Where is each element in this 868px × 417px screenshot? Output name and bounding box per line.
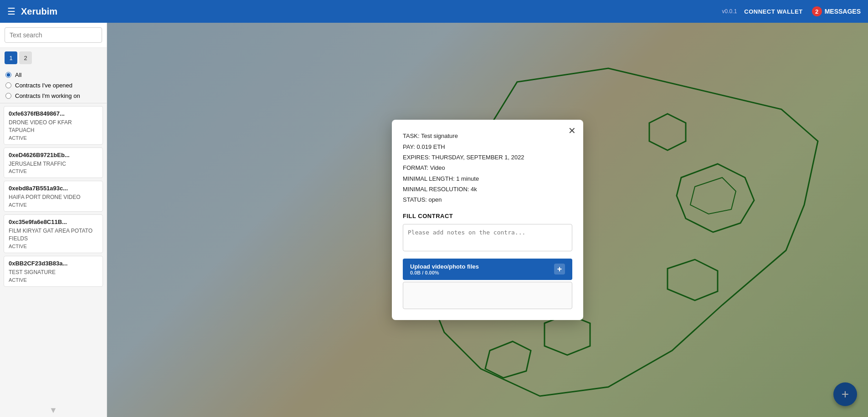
upload-drop-area[interactable] <box>403 282 572 309</box>
main-layout: 1 2 All Contracts I've opened Contracts … <box>0 23 868 417</box>
modal-overlay: ✕ TASK: Test signature PAY: 0.019 ETH EX… <box>107 23 868 417</box>
contract-status: ACTIVE <box>9 135 98 141</box>
modal-info: TASK: Test signature PAY: 0.019 ETH EXPI… <box>403 131 572 205</box>
upload-button[interactable]: Upload video/photo files 0.0B / 0.00% + <box>403 259 572 280</box>
scroll-down-icon: ▼ <box>49 406 57 415</box>
contract-address: 0xeD4626B9721bEb... <box>9 152 98 158</box>
connect-wallet-button[interactable]: CONNECT WALLET <box>744 8 802 15</box>
search-input[interactable] <box>5 27 102 43</box>
filter-opened-label: Contracts I've opened <box>15 82 72 89</box>
status-info: STATUS: open <box>403 194 572 205</box>
messages-label: MESSAGES <box>825 8 861 15</box>
contract-status: ACTIVE <box>9 202 98 208</box>
contract-status: ACTIVE <box>9 168 98 174</box>
sidebar: 1 2 All Contracts I've opened Contracts … <box>0 23 107 417</box>
contract-address: 0xfe6376fB849867... <box>9 110 98 117</box>
map-area[interactable]: ✕ TASK: Test signature PAY: 0.019 ETH EX… <box>107 23 868 417</box>
list-item[interactable]: 0xeD4626B9721bEb... JERUSALEM TRAFFIC AC… <box>4 147 103 178</box>
filter-opened[interactable]: Contracts I've opened <box>5 82 101 89</box>
filter-all-label: All <box>15 71 21 78</box>
app-header: ☰ Xerubim v0.0.1 CONNECT WALLET 2 MESSAG… <box>0 0 868 23</box>
contracts-list: 0xfe6376fB849867... DRONE VIDEO OF KFAR … <box>0 103 107 404</box>
task-info: TASK: Test signature <box>403 131 572 141</box>
contract-address: 0xebd8a7B551a93c... <box>9 185 98 192</box>
contract-name: HAIFA PORT DRONE VIDEO <box>9 193 98 201</box>
list-item[interactable]: 0xfe6376fB849867... DRONE VIDEO OF KFAR … <box>4 106 103 145</box>
contract-name: DRONE VIDEO OF KFAR TAPUACH <box>9 119 98 134</box>
notes-textarea[interactable] <box>403 224 572 251</box>
list-item[interactable]: 0xBB2CF23d3B83a... TEST SIGNATURE ACTIVE <box>4 256 103 287</box>
upload-progress: 0.0B / 0.00% <box>410 270 439 275</box>
contract-name: TEST SIGNATURE <box>9 269 98 276</box>
contract-name: FILM KIRYAT GAT AREA POTATO FIELDS <box>9 227 98 243</box>
upload-plus-icon: + <box>554 264 565 275</box>
pay-info: PAY: 0.019 ETH <box>403 142 572 152</box>
contract-name: JERUSALEM TRAFFIC <box>9 160 98 168</box>
messages-badge: 2 <box>812 6 822 16</box>
upload-label: Upload video/photo files <box>410 263 479 270</box>
scrollbar[interactable]: ▼ <box>0 404 107 417</box>
upload-btn-left: Upload video/photo files 0.0B / 0.00% <box>410 263 479 275</box>
version-label: v0.0.1 <box>722 8 737 15</box>
filter-working-label: Contracts I'm working on <box>15 92 80 99</box>
contract-status: ACTIVE <box>9 277 98 283</box>
page-2-button[interactable]: 2 <box>19 51 32 64</box>
search-container <box>0 23 107 48</box>
minimal-resolution-info: MINIMAL RESOLUTION: 4k <box>403 184 572 194</box>
list-item[interactable]: 0xebd8a7B551a93c... HAIFA PORT DRONE VID… <box>4 181 103 212</box>
filter-working[interactable]: Contracts I'm working on <box>5 92 101 99</box>
minimal-length-info: MINIMAL LENGTH: 1 minute <box>403 173 572 184</box>
fill-contract-modal: ✕ TASK: Test signature PAY: 0.019 ETH EX… <box>392 120 583 320</box>
contract-status: ACTIVE <box>9 244 98 249</box>
pagination: 1 2 <box>0 48 107 68</box>
filters: All Contracts I've opened Contracts I'm … <box>0 68 107 103</box>
page-1-button[interactable]: 1 <box>5 51 17 64</box>
contract-address: 0xc35e9fa6e8C11B... <box>9 219 98 225</box>
menu-icon[interactable]: ☰ <box>7 6 15 17</box>
messages-button[interactable]: 2 MESSAGES <box>812 6 861 16</box>
expires-info: EXPIRES: THURSDAY, SEPTEMBER 1, 2022 <box>403 152 572 163</box>
modal-close-button[interactable]: ✕ <box>568 125 576 136</box>
filter-all[interactable]: All <box>5 71 101 78</box>
contract-address: 0xBB2CF23d3B83a... <box>9 260 98 267</box>
format-info: FORMAT: Video <box>403 163 572 173</box>
fill-contract-label: FILL CONTRACT <box>403 213 572 219</box>
app-title: Xerubim <box>21 6 722 17</box>
list-item[interactable]: 0xc35e9fa6e8C11B... FILM KIRYAT GAT AREA… <box>4 214 103 253</box>
